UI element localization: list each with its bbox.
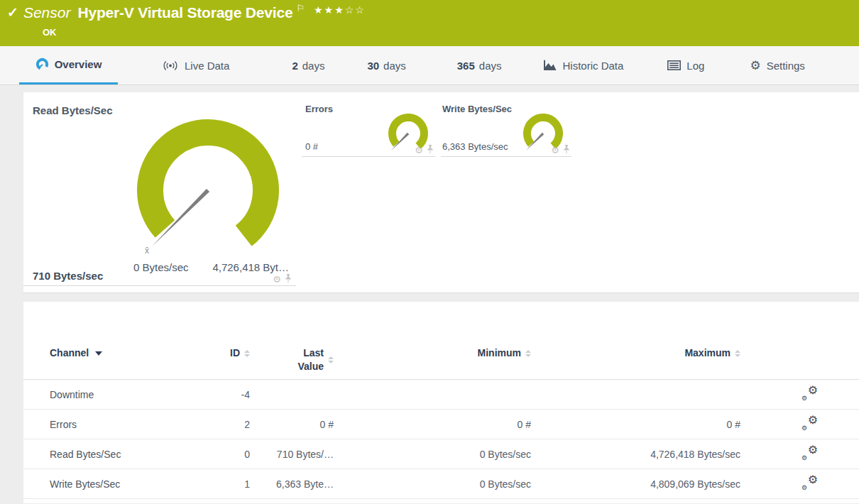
tab-overview[interactable]: Overview	[19, 46, 118, 84]
priority-flag-icon[interactable]: ⚐	[296, 3, 305, 14]
channel-table-panel: Channel ID Last Value Minimum Maximum	[23, 302, 859, 503]
channel-minimum	[334, 380, 531, 410]
tab-2-days[interactable]: 2 days	[292, 46, 324, 84]
channel-maximum: 4,726,418 Bytes/sec	[531, 439, 740, 469]
column-header-maximum[interactable]: Maximum	[531, 302, 740, 380]
log-icon	[667, 60, 681, 70]
sort-arrows-icon	[525, 350, 531, 357]
overview-gauge-icon	[35, 57, 49, 71]
channel-maximum: 0 #	[531, 410, 740, 439]
tab-historic-data[interactable]: Historic Data	[543, 46, 624, 84]
gauge-read-title: Read Bytes/Sec	[33, 104, 113, 116]
tab-settings-label: Settings	[767, 60, 805, 72]
channel-gear-icon[interactable]: ⚙	[415, 146, 423, 155]
tab-365-days[interactable]: 365 days	[457, 46, 502, 84]
column-header-maximum-label: Maximum	[684, 347, 731, 358]
pin-icon[interactable]	[285, 274, 292, 284]
status-ok-check-icon: ✓	[7, 3, 18, 23]
tab-365-days-label: days	[479, 60, 502, 72]
channel-last-value	[250, 380, 334, 410]
sort-arrows-icon	[735, 350, 740, 357]
channel-last-value: 0 #	[250, 410, 334, 439]
gauge-cell-divider	[23, 285, 296, 286]
channel-gear-icon[interactable]: ⚙	[551, 146, 559, 155]
channel-id: 0	[224, 439, 250, 469]
channel-id: -4	[224, 380, 250, 410]
tab-bar: Overview Live Data 2 days 30 days 365 da…	[0, 46, 859, 85]
gauge-write-title: Write Bytes/Sec	[442, 104, 512, 114]
sort-arrows-icon	[328, 356, 334, 363]
settings-gear-icon: ⚙	[750, 60, 760, 72]
gauges-panel: Read Bytes/Sec x̄ 0 Bytes/sec 4,726,418 …	[23, 92, 859, 293]
table-row-errors[interactable]: Errors 2 0 # 0 # 0 # ⚙⚙	[23, 410, 859, 439]
channel-last-value: 710 Bytes/…	[250, 439, 334, 469]
edit-channel-icon[interactable]: ⚙⚙	[801, 417, 818, 430]
filter-caret-icon	[95, 351, 102, 356]
read-bytes-gauge-dial[interactable]	[130, 111, 286, 274]
column-header-last-value-label: Last Value	[291, 346, 324, 373]
edit-channel-icon[interactable]: ⚙⚙	[801, 387, 818, 400]
gauge-read-bytes: Read Bytes/Sec x̄ 0 Bytes/sec 4,726,418 …	[23, 92, 296, 292]
gauge-scale-min: 0 Bytes/sec	[133, 261, 189, 273]
channel-id: 2	[224, 410, 250, 439]
tab-settings[interactable]: ⚙ Settings	[750, 46, 804, 84]
priority-stars[interactable]: ★★★☆☆	[314, 3, 366, 17]
column-header-last-value[interactable]: Last Value	[250, 302, 334, 380]
table-row-downtime[interactable]: Downtime -4 ⚙⚙	[23, 380, 859, 410]
channel-maximum	[531, 380, 740, 410]
gauge-scale-max: 4,726,418 Byt…	[212, 261, 289, 273]
channel-last-value: 6,363 Byte…	[250, 469, 334, 499]
column-header-id[interactable]: ID	[224, 302, 250, 380]
tab-2-days-number: 2	[292, 60, 297, 72]
channel-minimum: 0 #	[334, 410, 531, 439]
channel-minimum: 0 Bytes/sec	[334, 469, 531, 499]
edit-channel-icon[interactable]: ⚙⚙	[801, 476, 818, 490]
tab-historic-data-label: Historic Data	[563, 60, 624, 72]
column-header-minimum[interactable]: Minimum	[334, 302, 531, 380]
edit-channel-icon[interactable]: ⚙⚙	[801, 447, 818, 460]
tab-live-data-label: Live Data	[185, 60, 229, 72]
status-badge: OK	[43, 27, 859, 38]
pin-icon[interactable]	[563, 145, 570, 155]
column-header-minimum-label: Minimum	[478, 347, 521, 358]
channel-name[interactable]: Read Bytes/Sec	[23, 439, 224, 469]
column-header-actions	[740, 302, 859, 380]
pin-icon[interactable]	[427, 145, 434, 155]
tab-log[interactable]: Log	[667, 46, 704, 84]
channel-id: 1	[224, 469, 250, 499]
column-header-channel[interactable]: Channel	[23, 302, 224, 380]
table-row-write-bytes[interactable]: Write Bytes/Sec 1 6,363 Byte… 0 Bytes/se…	[23, 469, 859, 499]
channel-name[interactable]: Downtime	[23, 380, 224, 410]
tab-overview-label: Overview	[55, 58, 102, 70]
gauge-read-current-value: 710 Bytes/sec	[33, 270, 103, 282]
channel-gear-icon[interactable]: ⚙	[273, 275, 281, 284]
gauge-errors: Errors 0 # ⚙	[302, 99, 435, 157]
channel-name[interactable]: Write Bytes/Sec	[23, 469, 224, 499]
sensor-title: Hyper-V Virtual Storage Device	[77, 3, 292, 23]
object-type-label: Sensor	[23, 3, 71, 23]
gauge-errors-title: Errors	[305, 104, 333, 114]
write-bytes-gauge-dial[interactable]	[516, 106, 570, 163]
column-header-channel-label: Channel	[50, 347, 89, 358]
overview-content: Read Bytes/Sec x̄ 0 Bytes/sec 4,726,418 …	[0, 85, 859, 503]
gauge-average-marker: x̄	[145, 246, 149, 256]
gauge-write-current-value: 6,363 Bytes/sec	[442, 141, 508, 152]
table-row-read-bytes[interactable]: Read Bytes/Sec 0 710 Bytes/… 0 Bytes/sec…	[23, 439, 859, 469]
tab-log-label: Log	[686, 60, 704, 72]
tab-2-days-label: days	[302, 60, 325, 72]
tab-365-days-number: 365	[457, 60, 475, 72]
gauge-write-bytes: Write Bytes/Sec 6,363 Bytes/sec ⚙	[441, 99, 571, 157]
gauge-errors-current-value: 0 #	[305, 141, 318, 152]
channel-table: Channel ID Last Value Minimum Maximum	[23, 302, 859, 499]
tab-30-days-label: days	[383, 60, 406, 72]
tab-30-days-number: 30	[367, 60, 379, 72]
historic-chart-icon	[543, 60, 557, 71]
errors-gauge-dial[interactable]	[381, 106, 435, 163]
tab-30-days[interactable]: 30 days	[367, 46, 405, 84]
channel-minimum: 0 Bytes/sec	[334, 439, 531, 469]
channel-name[interactable]: Errors	[23, 410, 224, 439]
tab-live-data[interactable]: Live Data	[162, 46, 229, 84]
sort-arrows-icon	[244, 350, 250, 357]
live-data-icon	[162, 60, 179, 71]
sensor-header: ✓ Sensor Hyper-V Virtual Storage Device …	[0, 0, 859, 46]
